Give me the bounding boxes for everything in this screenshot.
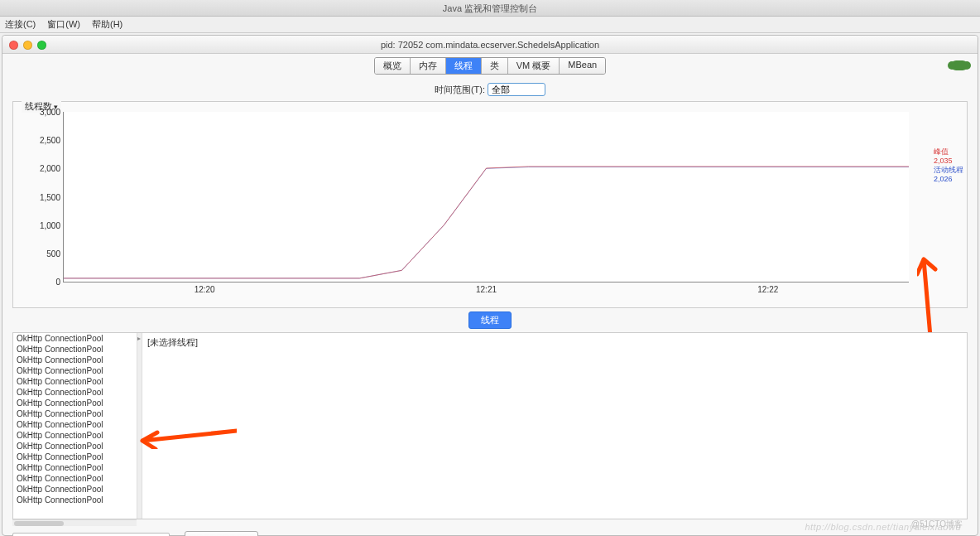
list-item[interactable]: OkHttp ConnectionPool <box>13 408 137 419</box>
tab-mbean[interactable]: MBean <box>560 58 605 74</box>
watermark-text-2: @51CTO博客 <box>911 519 963 530</box>
time-range-label: 时间范围(T): <box>435 85 485 94</box>
jconsole-bean-icon <box>951 60 968 70</box>
close-icon[interactable] <box>9 41 18 50</box>
list-item[interactable]: OkHttp ConnectionPool <box>13 441 137 451</box>
list-item[interactable]: OkHttp ConnectionPool <box>13 355 137 365</box>
y-tick: 500 <box>46 249 60 258</box>
y-tick: 3,000 <box>40 108 60 117</box>
y-tick: 0 <box>55 278 60 287</box>
list-item[interactable]: OkHttp ConnectionPool <box>13 473 137 484</box>
detect-deadlock-button[interactable]: 检测死锁(D) <box>185 531 258 536</box>
tab-overview[interactable]: 概览 <box>375 58 411 74</box>
y-tick: 1,000 <box>40 220 60 229</box>
x-tick: 12:22 <box>757 285 778 294</box>
list-item[interactable]: OkHttp ConnectionPool <box>13 344 137 355</box>
tab-threads[interactable]: 线程 <box>446 58 482 74</box>
thread-list-hscroll[interactable] <box>12 519 137 526</box>
list-item[interactable]: OkHttp ConnectionPool <box>13 484 137 495</box>
chart-line <box>64 112 909 282</box>
thread-list[interactable]: OkHttp ConnectionPoolOkHttp ConnectionPo… <box>13 333 137 519</box>
y-tick: 2,500 <box>40 136 60 145</box>
thread-chart-panel: 线程数▾ 05001,0001,5002,0002,5003,00012:201… <box>12 101 968 308</box>
threads-section-button[interactable]: 线程 <box>468 311 512 329</box>
chart-plot: 05001,0001,5002,0002,5003,00012:2012:211… <box>63 112 909 282</box>
list-item[interactable]: OkHttp ConnectionPool <box>13 451 137 462</box>
tab-classes[interactable]: 类 <box>482 58 508 74</box>
y-tick: 1,500 <box>40 192 60 201</box>
menu-connect[interactable]: 连接(C) <box>5 18 36 31</box>
menubar: 连接(C) 窗口(W) 帮助(H) <box>0 17 980 33</box>
list-item[interactable]: OkHttp ConnectionPool <box>13 462 137 473</box>
x-tick: 12:20 <box>195 285 215 294</box>
y-tick: 2,000 <box>40 164 60 173</box>
list-item[interactable]: OkHttp ConnectionPool <box>13 387 137 398</box>
menu-window[interactable]: 窗口(W) <box>47 18 80 31</box>
list-item[interactable]: OkHttp ConnectionPool <box>13 333 137 344</box>
zoom-icon[interactable] <box>37 41 46 50</box>
x-tick: 12:21 <box>476 285 497 294</box>
time-range-select[interactable]: 全部 <box>488 83 545 96</box>
window-title: pid: 72052 com.mindata.ecserver.Schedels… <box>2 36 978 54</box>
lower-pane: OkHttp ConnectionPoolOkHttp ConnectionPo… <box>12 332 968 519</box>
minimize-icon[interactable] <box>23 41 32 50</box>
list-item[interactable]: OkHttp ConnectionPool <box>13 365 137 376</box>
chart-legend: 峰值2,035 活动线程2,026 <box>934 147 963 184</box>
tab-vm[interactable]: VM 概要 <box>508 58 560 74</box>
list-item[interactable]: OkHttp ConnectionPool <box>13 419 137 430</box>
thread-detail: [未选择线程] <box>142 333 967 519</box>
pane-resizer[interactable] <box>137 333 142 519</box>
list-item[interactable]: OkHttp ConnectionPool <box>13 430 137 441</box>
main-window: pid: 72052 com.mindata.ecserver.Schedels… <box>2 35 978 536</box>
traffic-lights <box>9 41 46 50</box>
time-range-row: 时间范围(T): 全部 <box>2 78 978 101</box>
tab-bar: 概览 内存 线程 类 VM 概要 MBean <box>2 54 978 78</box>
list-item[interactable]: OkHttp ConnectionPool <box>13 398 137 408</box>
app-titlebar: Java 监视和管理控制台 <box>0 0 980 17</box>
tab-memory[interactable]: 内存 <box>411 58 446 74</box>
list-item[interactable]: OkHttp ConnectionPool <box>13 376 137 387</box>
menu-help[interactable]: 帮助(H) <box>92 18 122 31</box>
filter-input[interactable] <box>12 533 170 537</box>
list-item[interactable]: OkHttp ConnectionPool <box>13 495 137 505</box>
